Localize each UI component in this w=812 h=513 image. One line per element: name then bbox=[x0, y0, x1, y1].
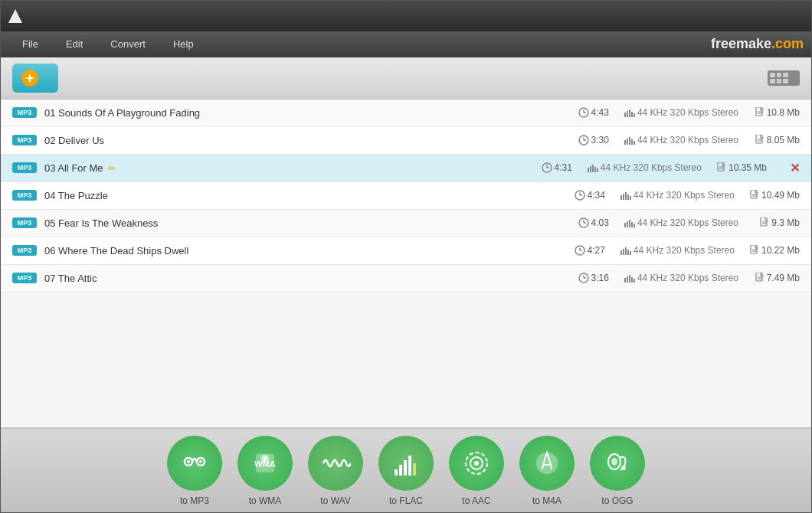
table-row[interactable]: MP3 07 The Attic 3:16 44 KHz 320 Kbps St… bbox=[1, 265, 811, 292]
flac-icon bbox=[378, 436, 434, 491]
close-button[interactable] bbox=[793, 10, 805, 22]
restore-button[interactable] bbox=[776, 10, 788, 22]
svg-rect-49 bbox=[627, 221, 628, 227]
svg-rect-37 bbox=[620, 195, 622, 200]
size-icon bbox=[760, 217, 769, 228]
svg-rect-86 bbox=[395, 469, 398, 475]
m4a-icon bbox=[519, 436, 575, 491]
file-name: 02 Deliver Us bbox=[44, 135, 578, 146]
size-icon bbox=[717, 162, 726, 173]
convert-to-flac-button[interactable]: to FLAC bbox=[378, 436, 434, 506]
file-duration: 4:27 bbox=[575, 245, 605, 256]
file-meta: 4:27 44 KHz 320 Kbps Stereo 10.22 Mb bbox=[575, 245, 801, 256]
toolbar: + bbox=[1, 57, 811, 100]
svg-rect-27 bbox=[590, 166, 591, 172]
svg-rect-28 bbox=[592, 165, 594, 172]
file-name: 06 Where The Dead Ships Dwell bbox=[44, 245, 575, 256]
file-quality: 44 KHz 320 Kbps Stereo bbox=[620, 190, 735, 201]
svg-rect-48 bbox=[624, 223, 626, 227]
toggle-grid-icon bbox=[768, 70, 791, 86]
file-name: 04 The Puzzle bbox=[44, 190, 575, 201]
flac-label: to FLAC bbox=[389, 495, 423, 506]
svg-rect-6 bbox=[629, 109, 630, 117]
convert-to-m4a-button[interactable]: to M4A bbox=[519, 436, 575, 506]
file-duration: 4:34 bbox=[575, 190, 605, 201]
mp3-icon-svg bbox=[179, 448, 210, 479]
quality-icon bbox=[620, 192, 631, 200]
table-row[interactable]: MP3 06 Where The Dead Ships Dwell 4:27 4… bbox=[1, 237, 811, 265]
svg-point-81 bbox=[199, 460, 202, 463]
file-name: 01 Sounds Of A Playground Fading bbox=[44, 107, 578, 119]
table-row[interactable]: MP3 03 All For Me✏ 4:31 44 KHz 320 Kbps … bbox=[1, 155, 811, 182]
svg-marker-0 bbox=[8, 9, 22, 23]
file-quality: 44 KHz 320 Kbps Stereo bbox=[588, 162, 702, 173]
table-row[interactable]: MP3 04 The Puzzle 4:34 44 KHz 320 Kbps S… bbox=[1, 182, 811, 210]
plus-icon: + bbox=[21, 70, 38, 87]
mp3-badge: MP3 bbox=[12, 162, 37, 173]
file-size: 10.8 Mb bbox=[754, 107, 800, 119]
menu-file[interactable]: File bbox=[8, 34, 52, 54]
title-bar bbox=[1, 1, 811, 31]
size-icon bbox=[750, 190, 759, 201]
file-meta: 3:30 44 KHz 320 Kbps Stereo 8.05 Mb bbox=[578, 135, 800, 146]
svg-rect-41 bbox=[630, 196, 631, 200]
minimize-button[interactable] bbox=[759, 10, 771, 22]
table-row[interactable]: MP3 05 Fear Is The Weakness 4:03 44 KHz … bbox=[1, 210, 811, 237]
file-meta: 4:31 44 KHz 320 Kbps Stereo 10.35 Mb ✕ bbox=[542, 161, 801, 175]
svg-rect-60 bbox=[623, 249, 624, 255]
wav-icon bbox=[308, 436, 363, 491]
menu-edit[interactable]: Edit bbox=[52, 34, 97, 54]
svg-rect-16 bbox=[627, 139, 628, 145]
table-row[interactable]: MP3 02 Deliver Us 3:30 44 KHz 320 Kbps S… bbox=[1, 127, 811, 155]
svg-rect-40 bbox=[627, 194, 629, 200]
convert-to-wma-button[interactable]: WMA to WMA bbox=[237, 436, 293, 506]
edit-icon[interactable]: ✏ bbox=[108, 163, 116, 174]
svg-rect-17 bbox=[629, 137, 630, 145]
duration-icon bbox=[578, 273, 589, 283]
file-duration: 3:30 bbox=[578, 135, 609, 146]
file-name: 05 Fear Is The Weakness bbox=[44, 217, 578, 229]
aac-icon bbox=[449, 436, 504, 491]
delete-icon[interactable]: ✕ bbox=[790, 161, 800, 175]
add-audio-button[interactable]: + bbox=[12, 64, 58, 93]
size-icon bbox=[750, 245, 759, 256]
table-row[interactable]: MP3 01 Sounds Of A Playground Fading 4:4… bbox=[1, 100, 811, 127]
svg-rect-7 bbox=[631, 112, 633, 117]
convert-to-wav-button[interactable]: to WAV bbox=[308, 436, 363, 506]
size-icon bbox=[755, 135, 765, 145]
ogg-icon bbox=[590, 436, 645, 491]
m4a-icon-svg bbox=[532, 448, 562, 479]
toggle-switch[interactable] bbox=[768, 70, 800, 86]
file-duration: 3:16 bbox=[578, 273, 609, 284]
convert-to-aac-button[interactable]: to AAC bbox=[449, 436, 504, 506]
file-meta: 4:34 44 KHz 320 Kbps Stereo 10.49 Mb bbox=[575, 190, 801, 201]
svg-rect-72 bbox=[629, 275, 630, 283]
duration-icon bbox=[575, 245, 585, 256]
duration-icon bbox=[578, 107, 589, 118]
duration-icon bbox=[578, 217, 589, 228]
file-meta: 4:03 44 KHz 320 Kbps Stereo 9.3 Mb bbox=[578, 217, 800, 229]
file-duration: 4:03 bbox=[578, 217, 609, 229]
title-bar-left bbox=[7, 8, 30, 25]
wav-icon-svg bbox=[320, 448, 351, 479]
file-duration: 4:31 bbox=[542, 162, 572, 174]
menu-help[interactable]: Help bbox=[159, 34, 208, 54]
svg-rect-30 bbox=[597, 168, 598, 172]
mp3-badge: MP3 bbox=[12, 107, 37, 118]
duration-icon bbox=[542, 162, 552, 173]
convert-to-ogg-button[interactable]: to OGG bbox=[590, 436, 645, 506]
svg-rect-71 bbox=[627, 276, 628, 283]
aac-label: to AAC bbox=[462, 495, 490, 506]
mp3-icon bbox=[167, 436, 222, 491]
convert-to-mp3-button[interactable]: to MP3 bbox=[167, 436, 222, 506]
wma-icon-svg: WMA bbox=[250, 448, 280, 479]
join-files-control bbox=[761, 70, 800, 86]
wma-label: to WMA bbox=[249, 495, 282, 506]
size-icon bbox=[755, 107, 765, 118]
file-quality: 44 KHz 320 Kbps Stereo bbox=[624, 135, 738, 145]
quality-icon bbox=[624, 137, 635, 145]
quality-icon bbox=[624, 109, 635, 117]
menu-convert[interactable]: Convert bbox=[97, 34, 159, 54]
svg-rect-87 bbox=[399, 465, 402, 475]
svg-rect-50 bbox=[629, 220, 630, 227]
